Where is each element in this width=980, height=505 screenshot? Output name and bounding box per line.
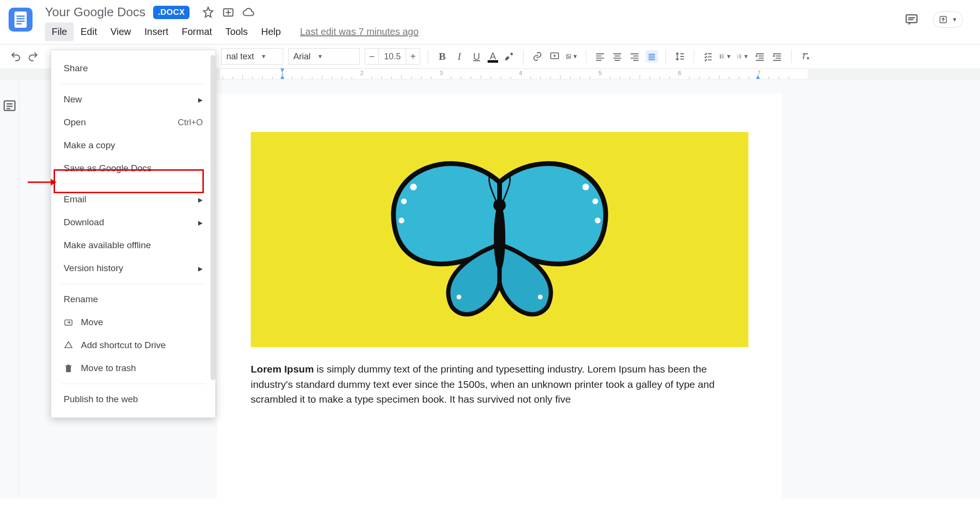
document-body[interactable]: Lorem Ipsum is simply dummy text of the … — [251, 362, 748, 407]
outline-icon[interactable] — [2, 99, 17, 113]
style-label: nal text — [226, 52, 254, 62]
body-text: is simply dummy text of the printing and… — [251, 363, 714, 405]
docs-logo[interactable] — [9, 8, 33, 32]
menu-tools[interactable]: Tools — [219, 22, 255, 41]
submenu-icon: ▸ — [198, 94, 203, 105]
svg-rect-3 — [17, 21, 25, 22]
svg-point-87 — [401, 198, 407, 204]
share-button[interactable]: ▼ — [933, 11, 963, 28]
svg-point-94 — [494, 204, 505, 271]
document-page[interactable]: Lorem Ipsum is simply dummy text of the … — [217, 94, 782, 498]
increase-font-button[interactable]: + — [406, 48, 420, 65]
align-right-button[interactable] — [628, 50, 641, 63]
menu-offline[interactable]: Make available offline — [51, 234, 215, 257]
move-icon[interactable] — [222, 6, 234, 19]
numbered-list-button[interactable]: 123▼ — [736, 50, 749, 63]
underline-button[interactable]: U — [470, 50, 483, 63]
decrease-indent-button[interactable] — [754, 50, 766, 63]
chevron-down-icon: ▼ — [726, 53, 732, 60]
svg-point-12 — [720, 56, 721, 57]
svg-rect-1 — [17, 16, 25, 17]
paragraph-style-dropdown[interactable]: nal text▼ — [221, 48, 283, 65]
menu-edit[interactable]: Edit — [74, 22, 103, 41]
svg-rect-6 — [906, 15, 917, 22]
menu-open[interactable]: OpenCtrl+O — [51, 111, 215, 134]
svg-point-90 — [592, 198, 598, 204]
bulleted-list-button[interactable]: ▼ — [719, 50, 732, 63]
svg-point-91 — [595, 218, 601, 223]
align-left-button[interactable] — [594, 50, 606, 63]
align-center-button[interactable] — [611, 50, 624, 63]
menu-version-history[interactable]: Version history▸ — [51, 257, 215, 280]
checklist-button[interactable] — [702, 50, 714, 63]
menu-insert[interactable]: Insert — [138, 22, 175, 41]
drive-shortcut-icon — [64, 340, 74, 350]
menu-share[interactable]: Share — [51, 57, 215, 80]
svg-point-89 — [582, 184, 589, 190]
menu-make-copy[interactable]: Make a copy — [51, 134, 215, 157]
star-icon[interactable] — [202, 6, 214, 19]
link-button[interactable] — [531, 50, 544, 63]
line-spacing-button[interactable] — [674, 50, 686, 63]
menu-move[interactable]: Move — [51, 311, 215, 334]
add-comment-button[interactable] — [548, 50, 561, 63]
menubar: File Edit View Insert Format Tools Help … — [45, 22, 904, 41]
last-edit-link[interactable]: Last edit was 7 minutes ago — [300, 26, 419, 37]
menu-move-to-trash[interactable]: Move to trash — [51, 357, 215, 380]
submenu-icon: ▸ — [198, 194, 203, 205]
chevron-down-icon: ▼ — [743, 53, 749, 60]
increase-indent-button[interactable] — [771, 50, 783, 63]
text-color-button[interactable]: A — [488, 51, 498, 63]
redo-button[interactable] — [27, 50, 39, 63]
italic-button[interactable]: I — [453, 50, 466, 63]
butterfly-image — [346, 154, 653, 326]
menu-format[interactable]: Format — [175, 22, 219, 41]
chevron-down-icon: ▼ — [317, 53, 323, 60]
svg-text:3: 3 — [440, 70, 443, 77]
bold-button[interactable]: B — [436, 50, 448, 63]
svg-point-13 — [720, 57, 721, 58]
decrease-font-button[interactable]: − — [365, 48, 379, 65]
highlight-button[interactable] — [503, 50, 515, 63]
chevron-down-icon: ▼ — [572, 53, 578, 60]
submenu-icon: ▸ — [198, 263, 203, 274]
upload-icon — [938, 15, 948, 24]
svg-point-93 — [538, 295, 543, 299]
svg-point-92 — [457, 295, 461, 299]
menu-publish[interactable]: Publish to the web — [51, 388, 215, 411]
document-title[interactable]: Your Google Docs — [45, 5, 145, 20]
undo-button[interactable] — [10, 50, 22, 63]
menu-save-as-google-docs[interactable]: Save as Google Docs — [51, 157, 215, 180]
menu-email[interactable]: Email▸ — [51, 188, 215, 211]
svg-point-88 — [399, 218, 404, 223]
clear-formatting-button[interactable] — [799, 50, 812, 63]
menu-view[interactable]: View — [104, 22, 138, 41]
menu-file[interactable]: File — [45, 22, 74, 41]
svg-text:2: 2 — [360, 70, 364, 77]
body-heading: Lorem Ipsum — [251, 363, 314, 374]
menu-new[interactable]: New▸ — [51, 88, 215, 111]
document-icon — [14, 11, 27, 28]
insert-image-button[interactable]: ▼ — [566, 50, 578, 63]
svg-rect-0 — [14, 11, 27, 28]
svg-text:4: 4 — [519, 70, 523, 77]
svg-point-10 — [568, 55, 568, 56]
comments-icon[interactable] — [904, 12, 919, 27]
font-size-field[interactable]: 10.5 — [379, 48, 406, 65]
menu-download[interactable]: Download▸ — [51, 211, 215, 234]
dropdown-scrollbar[interactable] — [211, 55, 215, 380]
font-dropdown[interactable]: Arial▼ — [288, 48, 360, 65]
align-justify-button[interactable] — [646, 50, 658, 63]
folder-move-icon — [64, 318, 74, 327]
file-menu-dropdown: Share New▸ OpenCtrl+O Make a copy Save a… — [51, 50, 216, 418]
cloud-icon[interactable] — [242, 6, 255, 19]
document-image[interactable] — [251, 132, 748, 347]
svg-rect-2 — [17, 18, 25, 20]
menu-help[interactable]: Help — [255, 22, 288, 41]
menu-add-shortcut[interactable]: Add shortcut to Drive — [51, 334, 215, 357]
chevron-down-icon: ▼ — [952, 16, 958, 23]
trash-icon — [64, 363, 74, 373]
chevron-down-icon: ▼ — [261, 53, 267, 60]
svg-text:3: 3 — [737, 57, 738, 59]
menu-rename[interactable]: Rename — [51, 288, 215, 311]
